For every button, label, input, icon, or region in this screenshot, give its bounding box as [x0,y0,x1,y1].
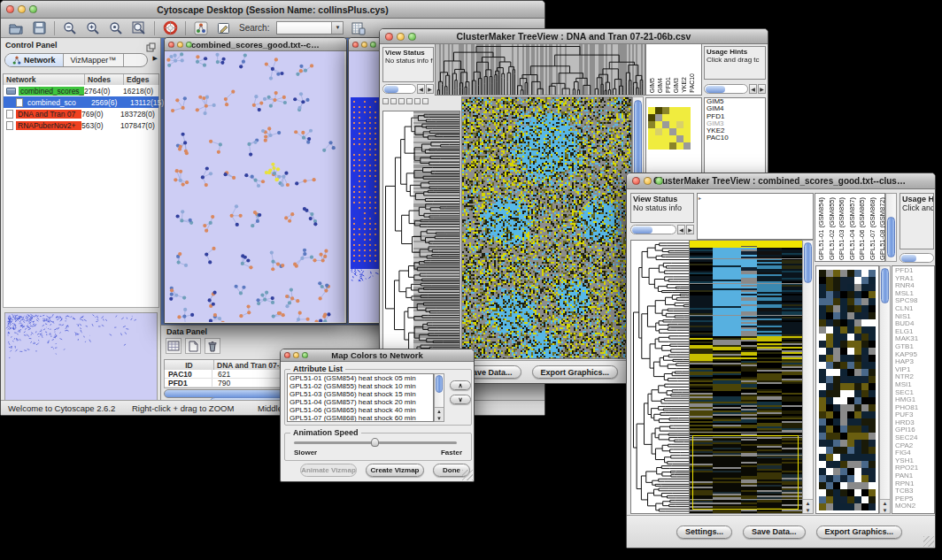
minimize-button[interactable] [644,177,652,185]
slider-right-arrow-icon[interactable]: ▶ [426,84,434,94]
zoom-button[interactable] [370,42,376,48]
tree-tool-icon[interactable] [422,98,429,104]
main-title-bar[interactable]: Cytoscape Desktop (Session Name: collins… [1,1,544,19]
column-dendrogram-pane[interactable]: ▸ [697,193,814,240]
gene-label[interactable]: MON2 [895,502,934,510]
column-label[interactable]: GPL51-06 (GSM865) [858,197,868,260]
zoom-fit-icon[interactable] [131,20,147,36]
secondary-matrix-scrollbar[interactable]: ▲▼ [879,265,891,514]
treeview-button[interactable]: Save Data... [743,525,806,539]
network-list-row[interactable]: DNA and Tran 07 769(0) 183728(0) [4,108,158,119]
heatmap-canvas[interactable] [462,97,631,358]
view-status-slider[interactable]: ◀▶ [630,225,694,234]
row-label[interactable]: PAC10 [706,134,765,142]
view-status-slider[interactable]: ◀▶ [382,84,434,94]
treeview-button[interactable]: Settings... [676,525,732,539]
dialog-title-bar[interactable]: Map Colors to Network [281,349,474,362]
network-canvas[interactable] [165,51,344,322]
zoom-selected-icon[interactable] [108,20,124,36]
delete-attribute-icon[interactable] [205,338,220,354]
tab-overflow-arrow[interactable]: ▶ [153,55,158,62]
column-label[interactable]: GPL51-02 (GSM855) [828,197,838,260]
heatmap-vscrollbar[interactable]: ▲▼ [802,240,814,514]
close-button[interactable] [168,42,174,48]
close-button[interactable] [352,42,359,48]
vizmapper-icon[interactable] [193,20,209,36]
row-dendrogram-pane[interactable] [630,240,690,514]
select-attributes-icon[interactable] [166,338,181,354]
resize-grip[interactable] [462,470,473,480]
usage-slider[interactable] [900,253,934,263]
minimize-button[interactable] [397,33,405,41]
attribute-browser-icon[interactable] [351,20,367,36]
tree-tool-icon[interactable] [398,98,405,104]
attribute-item[interactable]: GPL51-07 (GSM868) heat shock 60 min [288,414,433,422]
scrollbar-arrows-icon[interactable]: ▲▼ [803,499,813,513]
col-network[interactable]: Network [4,74,85,85]
zoom-out-icon[interactable] [62,20,78,36]
column-label[interactable]: PAC10 [689,73,696,93]
col-nodes[interactable]: Nodes [85,74,124,85]
save-icon[interactable] [31,20,47,36]
slider-right-arrow-icon[interactable]: ▶ [758,84,766,94]
usage-slider[interactable]: ◀▶ [704,84,766,94]
resize-grip[interactable] [923,536,934,547]
network-list-row[interactable]: combined_scores_ 2764(0) 16218(0) [4,85,158,96]
column-label[interactable]: GIM3 [673,78,680,93]
secondary-matrix-canvas[interactable] [819,270,876,510]
attribute-list[interactable]: GPL51-01 (GSM854) heat shock 05 minGPL51… [287,373,434,422]
tab-network[interactable]: Network [5,54,64,66]
column-labels-scrollbar[interactable] [885,193,897,262]
new-attribute-icon[interactable] [185,338,201,354]
slider-left-arrow-icon[interactable]: ◀ [677,225,685,234]
collapse-arrow-icon[interactable]: ▸ [699,195,701,201]
scrollbar-arrows-icon[interactable]: ▲▼ [435,407,444,421]
tree-tool-icon[interactable] [382,98,389,104]
zoom-button[interactable] [29,5,37,13]
network-overview[interactable] [4,312,158,405]
attribute-item[interactable]: GPL51-06 (GSM865) heat shock 40 min [288,406,433,414]
network-table-header[interactable]: Network Nodes Edges [3,73,159,86]
column-label[interactable]: GIM5 [649,78,656,93]
heatmap-pane[interactable] [461,96,632,359]
minimize-button[interactable] [361,42,367,48]
speed-slider-thumb[interactable] [371,438,379,447]
treeview-dna-title-bar[interactable]: ClusterMaker TreeView : DNA and Tran 07-… [380,29,768,44]
row-dendrogram-canvas[interactable] [631,241,689,513]
similarity-matrix-canvas[interactable] [648,107,691,150]
annotation-icon[interactable] [216,20,232,36]
column-label[interactable]: GPL51-04 (GSM857) [848,197,858,260]
animate-vizmap-button[interactable]: Animate Vizmap [300,464,357,477]
tree-tool-icon[interactable] [414,98,421,104]
zoom-in-icon[interactable] [85,20,101,36]
minimize-button[interactable] [18,5,26,13]
zoom-button[interactable] [186,42,192,48]
network-list-row[interactable]: RNAPuberNov2+ 563(0) 107847(0) [4,119,158,131]
move-up-button[interactable]: ∧ [450,380,471,390]
close-button[interactable] [632,177,640,185]
search-input[interactable]: ▼ [276,21,344,35]
minimize-button[interactable] [293,352,299,358]
treeview-combined-title-bar[interactable]: ClusterMaker TreeView : combined_scores_… [627,173,935,189]
attribute-list-scrollbar[interactable]: ▲▼ [434,373,444,422]
open-file-icon[interactable] [8,20,24,36]
attribute-item[interactable]: GPL51-03 (GSM856) heat shock 15 min [288,390,433,398]
heatmap-pane[interactable] [689,240,803,514]
column-label[interactable]: PFD1 [665,77,672,93]
create-vizmap-button[interactable]: Create Vizmap [366,464,424,477]
treeview-button[interactable]: Export Graphics... [816,525,903,539]
zoom-button[interactable] [302,352,308,358]
tree-tool-icon[interactable] [406,98,413,104]
help-lifering-icon[interactable] [162,20,178,36]
close-button[interactable] [6,5,14,13]
row-dendrogram-canvas[interactable] [383,111,459,358]
column-label[interactable]: GPL51-03 (GSM856) [838,197,847,260]
column-label[interactable]: GPL51-07 (GSM868) [869,197,878,260]
network-list-row[interactable]: combined_sco 2569(6) 13112(15) [4,96,158,108]
tab-vizmapper[interactable]: VizMapper™ [64,54,125,66]
secondary-matrix-pane[interactable] [815,265,879,514]
network-view-title-bar[interactable]: combined_scores_good.txt--cluste... [165,38,346,51]
minimize-button[interactable] [177,42,183,48]
tree-tool-icon[interactable] [390,98,397,104]
attribute-item[interactable]: GPL51-01 (GSM854) heat shock 05 min [288,374,433,382]
